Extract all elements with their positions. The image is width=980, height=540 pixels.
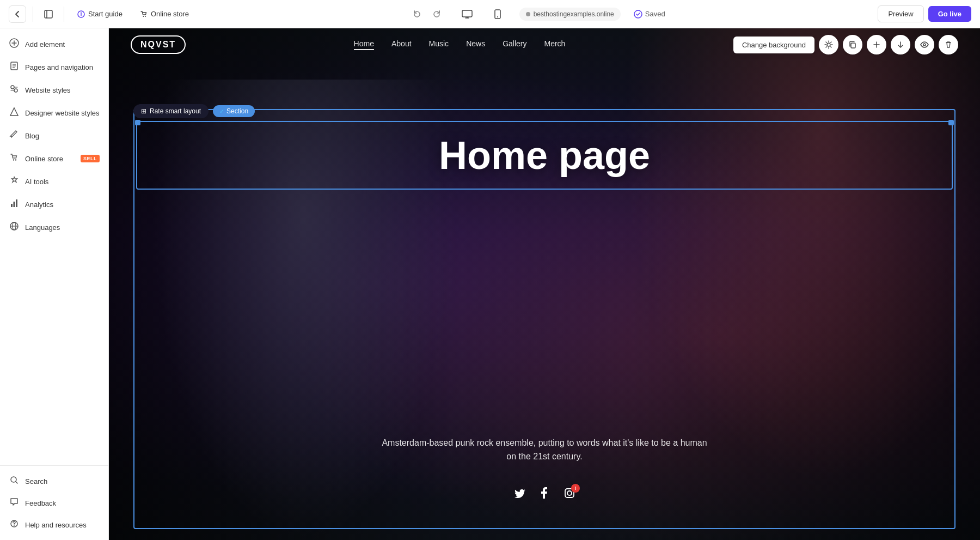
preview-button[interactable]: Preview <box>878 5 923 22</box>
nav-link-home[interactable]: Home <box>354 39 374 50</box>
top-bar-left: Start guide Online store <box>9 5 195 23</box>
sidebar-item-analytics[interactable]: Analytics <box>0 193 108 216</box>
sidebar-label: Feedback <box>25 499 56 507</box>
designer-icon <box>9 107 20 119</box>
sidebar-label: Designer website styles <box>25 109 100 117</box>
svg-point-21 <box>13 159 14 160</box>
start-guide-label: Start guide <box>88 10 122 18</box>
svg-point-19 <box>14 89 17 92</box>
sidebar-label: Pages and navigation <box>25 63 93 71</box>
top-bar-center: besthostingexamples.online Saved <box>200 5 873 23</box>
nav-link-music[interactable]: Music <box>429 39 449 50</box>
undo-button[interactable] <box>408 5 426 23</box>
sidebar-item-languages[interactable]: Languages <box>0 216 108 239</box>
delete-toolbar-button[interactable] <box>939 35 958 54</box>
settings-toolbar-button[interactable] <box>819 35 838 54</box>
redo-button[interactable] <box>428 5 445 23</box>
svg-rect-34 <box>851 43 855 48</box>
sidebar-item-ai-tools[interactable]: AI tools <box>0 170 108 193</box>
saved-indicator: Saved <box>634 10 665 19</box>
resize-handle-tr[interactable] <box>948 120 954 125</box>
move-down-button[interactable] <box>891 35 910 54</box>
smart-layout-icon: ⊞ <box>141 107 146 115</box>
svg-rect-23 <box>11 204 13 207</box>
sidebar: Add element Pages and navigation Website… <box>0 28 109 540</box>
svg-point-4 <box>145 16 146 17</box>
home-page-heading-box[interactable]: Home page <box>136 121 953 190</box>
twitter-icon[interactable] <box>513 487 525 502</box>
preview-nav-links: Home About Music News Gallery Merch <box>354 39 566 50</box>
subtitle-line1: Amsterdam-based punk rock ensemble, putt… <box>382 438 707 447</box>
mobile-view-button[interactable] <box>489 5 506 23</box>
preview-social: ! <box>109 487 980 502</box>
pages-icon <box>9 61 20 73</box>
sidebar-item-designer-styles[interactable]: Designer website styles <box>0 101 108 124</box>
languages-icon <box>9 221 20 233</box>
svg-rect-0 <box>45 10 52 18</box>
sidebar-item-help[interactable]: Help and resources <box>0 514 108 536</box>
website-preview[interactable]: NQVST Home About Music News Gallery Merc… <box>109 28 980 540</box>
desktop-view-button[interactable] <box>458 5 476 23</box>
sidebar-item-pages[interactable]: Pages and navigation <box>0 56 108 78</box>
svg-point-18 <box>11 86 14 89</box>
svg-point-3 <box>143 16 144 17</box>
sidebar-item-feedback[interactable]: Feedback <box>0 492 108 514</box>
sidebar-label: AI tools <box>25 178 48 186</box>
online-store-button[interactable]: Online store <box>133 7 195 21</box>
svg-point-9 <box>497 16 498 17</box>
back-button[interactable] <box>9 5 26 23</box>
add-icon <box>9 38 20 50</box>
golive-button[interactable]: Go live <box>928 6 971 22</box>
feedback-icon <box>9 497 20 508</box>
domain-dot <box>526 12 530 16</box>
sidebar-item-website-styles[interactable]: Website styles <box>0 78 108 101</box>
domain-text: besthostingexamples.online <box>534 10 614 18</box>
svg-line-30 <box>16 482 17 483</box>
notification-dot: ! <box>571 484 580 493</box>
store-icon <box>9 153 20 165</box>
start-guide-button[interactable]: Start guide <box>71 7 129 21</box>
sidebar-item-search[interactable]: Search <box>0 470 108 492</box>
sidebar-label: Analytics <box>25 201 53 209</box>
instagram-notification: ! <box>564 487 575 502</box>
nav-link-gallery[interactable]: Gallery <box>503 39 526 50</box>
svg-rect-25 <box>16 199 17 207</box>
undo-redo-group <box>408 5 445 23</box>
svg-rect-5 <box>462 10 472 17</box>
section-badge: ✓ Section <box>213 105 255 117</box>
facebook-icon[interactable] <box>538 487 550 502</box>
sidebar-label: Languages <box>25 223 60 232</box>
eye-toolbar-button[interactable] <box>915 35 934 54</box>
layout-toggle-button[interactable] <box>40 5 57 23</box>
sidebar-label: Online store <box>25 155 63 163</box>
sidebar-item-online-store[interactable]: Online store SELL <box>0 147 108 170</box>
sidebar-item-add-element[interactable]: Add element <box>0 33 108 56</box>
main-layout: Add element Pages and navigation Website… <box>0 28 980 540</box>
copy-toolbar-button[interactable] <box>843 35 862 54</box>
resize-handle-tl[interactable] <box>135 120 140 125</box>
nav-link-news[interactable]: News <box>466 39 485 50</box>
nav-link-merch[interactable]: Merch <box>544 39 566 50</box>
sell-badge: SELL <box>81 155 100 162</box>
check-icon: ✓ <box>219 108 224 115</box>
domain-indicator: besthostingexamples.online <box>519 8 621 21</box>
saved-text: Saved <box>645 10 665 18</box>
svg-point-38 <box>923 44 926 46</box>
home-page-heading[interactable]: Home page <box>439 133 650 178</box>
add-toolbar-button[interactable] <box>867 35 886 54</box>
rate-smart-button[interactable]: ⊞ Rate smart layout <box>133 104 209 118</box>
svg-point-32 <box>14 525 15 526</box>
top-bar: Start guide Online store besthostingexam… <box>0 0 980 28</box>
preview-nav-right: Change background <box>733 35 958 54</box>
sidebar-label: Blog <box>25 132 39 140</box>
section-toolbar: ⊞ Rate smart layout ✓ Section <box>133 104 255 118</box>
preview-subtitle: Amsterdam-based punk rock ensemble, putt… <box>109 436 980 464</box>
search-icon <box>9 476 20 487</box>
change-bg-button[interactable]: Change background <box>733 37 814 53</box>
sidebar-item-blog[interactable]: Blog <box>0 124 108 147</box>
svg-point-33 <box>827 43 830 46</box>
svg-marker-20 <box>10 108 18 116</box>
sidebar-bottom: Search Feedback Help and resources <box>0 465 108 540</box>
styles-icon <box>9 84 20 96</box>
nav-link-about[interactable]: About <box>391 39 412 50</box>
